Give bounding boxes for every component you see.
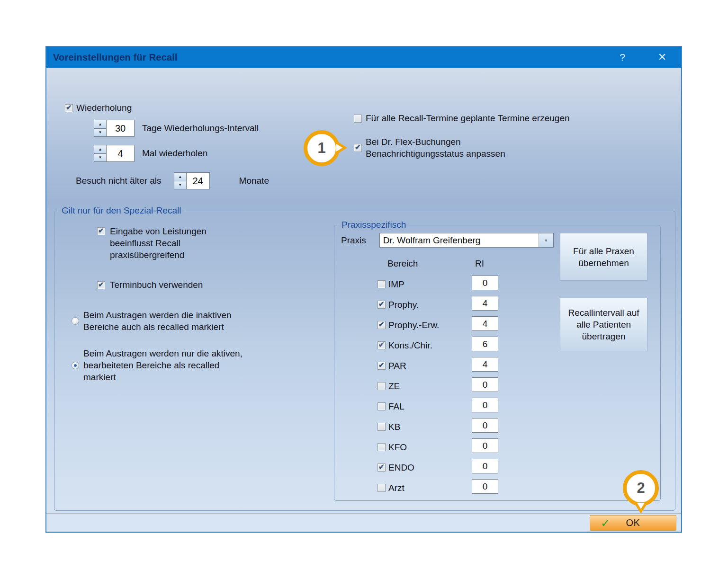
ri-input[interactable] bbox=[472, 337, 498, 351]
visit-age-label: Besuch nicht älter als bbox=[76, 176, 162, 186]
bereich-checkbox[interactable] bbox=[377, 484, 386, 492]
bereich-checkbox[interactable] bbox=[377, 423, 386, 431]
close-button[interactable]: ✕ bbox=[653, 47, 672, 68]
praxis-dropdown-button[interactable]: ▾ bbox=[539, 233, 553, 247]
ri-input[interactable] bbox=[472, 479, 498, 494]
bereich-checkbox[interactable] bbox=[377, 402, 386, 410]
recall-interval-all-patients-button[interactable]: Recallintervall auf alle Patienten übert… bbox=[560, 298, 647, 351]
drflex-label: Bei Dr. Flex-Buchungen Benachrichtigungs… bbox=[366, 136, 505, 160]
bereich-label: Arzt bbox=[388, 483, 404, 493]
bereich-label: IMP bbox=[388, 279, 404, 290]
praxis-select[interactable]: Dr. Wolfram Greifenberg ▾ bbox=[379, 233, 554, 248]
spin-down-icon[interactable]: ▼ bbox=[94, 153, 106, 162]
spezial-recall-legend: Gilt nur für den Spezial-Recall bbox=[59, 205, 183, 216]
dialog-titlebar: Voreinstellungen für Recall ? ✕ bbox=[46, 47, 681, 68]
radio-aktiv[interactable] bbox=[72, 362, 79, 369]
ri-input[interactable] bbox=[472, 316, 498, 331]
radio-inaktiv[interactable] bbox=[72, 317, 79, 325]
bereich-row: IMP bbox=[377, 275, 548, 295]
bereich-label: KFO bbox=[388, 442, 407, 453]
apply-all-praxen-button[interactable]: Für alle Praxen übernehmen bbox=[560, 233, 647, 281]
bereich-row: FAL bbox=[377, 397, 548, 417]
bereich-checkbox[interactable] bbox=[377, 382, 386, 390]
interval-input[interactable] bbox=[106, 120, 135, 137]
leistungen-row: Eingabe von Leistungen beeinflusst Recal… bbox=[97, 225, 207, 261]
ri-input[interactable] bbox=[472, 418, 498, 433]
spin-up-icon[interactable]: ▲ bbox=[94, 120, 106, 128]
create-appointments-label: Für alle Recall-Termine geplante Termine… bbox=[366, 113, 570, 124]
spin-up-icon[interactable]: ▲ bbox=[174, 173, 186, 181]
spin-up-icon[interactable]: ▲ bbox=[94, 145, 106, 153]
help-button[interactable]: ? bbox=[613, 47, 632, 68]
callout-2-number: 2 bbox=[623, 470, 659, 506]
bereich-label: Kons./Chir. bbox=[388, 340, 432, 351]
recall-interval-line2: alle Patienten bbox=[576, 319, 631, 330]
wiederholung-row: Wiederholung bbox=[65, 103, 132, 113]
callout-2-text: 2 bbox=[637, 480, 645, 497]
repeat-input[interactable] bbox=[106, 145, 135, 162]
visit-age-row: Besuch nicht älter als ▲ ▼ Monate bbox=[76, 172, 269, 189]
bereich-label: Prophy. bbox=[388, 300, 419, 310]
bereich-row: ENDO bbox=[377, 458, 548, 478]
radio-aktiv-line3: markiert bbox=[83, 372, 116, 382]
radio-inaktiv-line2: Bereiche auch als recalled markiert bbox=[83, 322, 224, 332]
ri-input[interactable] bbox=[472, 438, 498, 453]
leistungen-checkbox[interactable] bbox=[97, 227, 105, 235]
callout-2: 2 bbox=[623, 470, 659, 506]
terminbuch-label: Terminbuch verwenden bbox=[110, 280, 203, 290]
ok-button[interactable]: ✓ OK bbox=[590, 515, 676, 531]
repeat-spinner: ▲ ▼ bbox=[94, 145, 135, 162]
recall-settings-dialog: Voreinstellungen für Recall ? ✕ Wiederho… bbox=[45, 46, 682, 533]
praxisspezifisch-legend: Praxisspezifisch bbox=[339, 220, 408, 230]
bereich-checkbox[interactable] bbox=[377, 463, 386, 472]
terminbuch-checkbox[interactable] bbox=[97, 281, 105, 289]
bereich-checkbox[interactable] bbox=[377, 362, 386, 370]
visit-age-unit: Monate bbox=[239, 176, 269, 186]
callout-1-text: 1 bbox=[317, 140, 325, 157]
drflex-label-line2: Benachrichtigungsstatus anpassen bbox=[366, 149, 505, 159]
bereich-checkbox[interactable] bbox=[377, 321, 386, 329]
ri-input[interactable] bbox=[472, 357, 498, 372]
bereich-row: Prophy.-Erw. bbox=[377, 315, 548, 336]
bereich-row: PAR bbox=[377, 356, 548, 376]
interval-row: ▲ ▼ Tage Wiederholungs-Intervall bbox=[94, 120, 259, 137]
spin-down-icon[interactable]: ▼ bbox=[94, 128, 106, 137]
terminbuch-row: Terminbuch verwenden bbox=[97, 280, 203, 290]
ri-input[interactable] bbox=[472, 459, 498, 473]
interval-spinner: ▲ ▼ bbox=[94, 120, 135, 137]
ri-column-header: RI bbox=[475, 258, 484, 269]
bereich-row: Prophy. bbox=[377, 295, 548, 315]
wiederholung-checkbox[interactable] bbox=[65, 104, 73, 112]
ri-input[interactable] bbox=[472, 296, 498, 311]
bereich-checkbox[interactable] bbox=[377, 341, 386, 349]
bereich-row: Arzt bbox=[377, 478, 548, 499]
bereich-label: ZE bbox=[388, 381, 400, 392]
visit-age-input[interactable] bbox=[186, 172, 210, 189]
radio-inaktiv-label: Beim Austragen werden die inaktiven Bere… bbox=[83, 309, 232, 333]
bereich-label: PAR bbox=[388, 361, 406, 371]
spin-down-icon[interactable]: ▼ bbox=[174, 181, 186, 189]
bereich-column-header: Bereich bbox=[387, 258, 418, 269]
bereich-checkbox[interactable] bbox=[377, 301, 386, 309]
callout-1: 1 bbox=[304, 130, 340, 166]
radio-aktiv-line2: bearbeiteten Bereiche als recalled bbox=[83, 360, 219, 370]
create-appointments-checkbox[interactable] bbox=[354, 115, 362, 123]
bereich-checkbox[interactable] bbox=[377, 280, 386, 288]
radio-aktiv-label: Beim Austragen werden nur die aktiven, b… bbox=[83, 347, 243, 383]
bereich-row: Kons./Chir. bbox=[377, 336, 548, 356]
leistungen-label: Eingabe von Leistungen beeinflusst Recal… bbox=[110, 225, 207, 261]
callout-1-number: 1 bbox=[304, 130, 340, 166]
praxis-row: Praxis Dr. Wolfram Greifenberg ▾ bbox=[341, 233, 554, 248]
bereich-row: ZE bbox=[377, 376, 548, 397]
drflex-checkbox[interactable] bbox=[354, 144, 362, 152]
bereich-label: FAL bbox=[388, 401, 404, 412]
dialog-footer: ✓ OK bbox=[46, 513, 681, 532]
bereich-checkbox[interactable] bbox=[377, 443, 386, 451]
drflex-label-line1: Bei Dr. Flex-Buchungen bbox=[366, 137, 461, 147]
ri-input[interactable] bbox=[472, 398, 498, 412]
dialog-title: Voreinstellungen für Recall bbox=[53, 52, 178, 63]
ri-input[interactable] bbox=[472, 377, 498, 392]
callout-1-tail-icon bbox=[337, 141, 347, 154]
ri-input[interactable] bbox=[472, 276, 498, 290]
bereich-row: KFO bbox=[377, 437, 548, 458]
